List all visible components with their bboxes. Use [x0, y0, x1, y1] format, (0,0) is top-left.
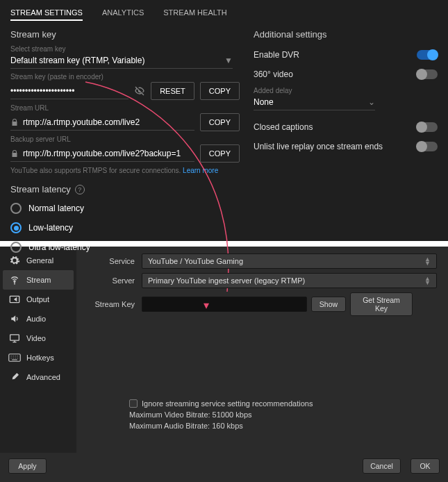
sidebar-item-label: Stream: [26, 276, 51, 284]
radio-icon: [10, 203, 22, 214]
stream-key-input[interactable]: ▾: [142, 297, 307, 312]
service-label: Service: [88, 257, 142, 265]
service-select[interactable]: YouTube / YouTube Gaming ▲▼: [142, 254, 437, 269]
cancel-button[interactable]: Cancel: [363, 458, 401, 474]
speaker-icon: [8, 314, 21, 324]
backup-url-input[interactable]: [10, 146, 194, 162]
chevron-down-icon: ▼: [224, 56, 233, 65]
lock-icon: [10, 149, 19, 158]
added-delay-value: None: [254, 97, 274, 107]
gear-icon: [8, 256, 21, 265]
latency-normal[interactable]: Normal latency: [10, 203, 240, 214]
additional-settings-section: Additional settings Enable DVR 360° vide…: [254, 29, 438, 253]
obs-main: Service YouTube / YouTube Gaming ▲▼ Serv…: [76, 247, 448, 453]
server-value: Primary YouTube ingest server (legacy RT…: [148, 276, 305, 285]
backup-url-value[interactable]: [23, 149, 194, 158]
video-360-toggle[interactable]: [417, 69, 438, 79]
latency-low-label: Low-latency: [28, 223, 73, 233]
additional-settings-heading: Additional settings: [254, 29, 438, 40]
ignore-recommendations-row[interactable]: Ignore streaming service setting recomme…: [129, 399, 437, 408]
stream-key-value: ••••••••••••••••••••••: [10, 86, 74, 96]
closed-captions-toggle[interactable]: [417, 122, 438, 132]
stream-key-heading: Stream key: [10, 29, 240, 40]
sidebar-item-label: Audio: [26, 315, 46, 323]
tab-bar: STREAM SETTINGS ANALYTICS STREAM HEALTH: [10, 0, 438, 21]
checkbox-icon[interactable]: [129, 399, 138, 408]
keyboard-icon: [8, 353, 21, 363]
sidebar-item-label: Video: [26, 334, 46, 342]
enable-dvr-label: Enable DVR: [254, 50, 299, 60]
output-icon: [8, 294, 21, 304]
tab-stream-health[interactable]: STREAM HEALTH: [163, 6, 226, 21]
video-360-row: 360° video: [254, 65, 438, 84]
enable-dvr-toggle[interactable]: [417, 50, 438, 60]
learn-more-link[interactable]: Learn more: [183, 167, 218, 174]
added-delay-select[interactable]: None ⌄: [254, 94, 375, 110]
service-value: YouTube / YouTube Gaming: [148, 257, 243, 265]
show-button[interactable]: Show: [311, 297, 346, 312]
latency-low[interactable]: Low-latency: [10, 222, 240, 233]
tab-stream-settings[interactable]: STREAM SETTINGS: [10, 6, 83, 21]
help-icon[interactable]: ?: [75, 185, 85, 194]
lock-icon: [10, 118, 19, 126]
visibility-off-icon[interactable]: [134, 85, 145, 97]
latency-normal-label: Normal latency: [28, 203, 84, 213]
svg-rect-2: [10, 335, 19, 340]
copy-key-button[interactable]: COPY: [200, 82, 240, 100]
sidebar-item-label: Advanced: [26, 373, 60, 381]
stream-key-label: Stream Key: [88, 300, 142, 308]
obs-settings-panel: General Stream Output Audio Video Hotkey…: [0, 247, 448, 482]
sidebar-item-label: Hotkeys: [26, 354, 54, 362]
monitor-icon: [8, 333, 21, 343]
svg-rect-3: [9, 354, 21, 362]
stream-key-input-wrap: ••••••••••••••••••••••: [10, 83, 128, 99]
sidebar-item-audio[interactable]: Audio: [3, 309, 74, 329]
updown-icon: ▲▼: [424, 276, 431, 285]
copy-backup-button[interactable]: COPY: [200, 144, 240, 163]
max-audio-bitrate: Maximum Audio Bitrate: 160 kbps: [129, 422, 437, 430]
ignore-recommendations-label: Ignore streaming service setting recomme…: [142, 399, 313, 408]
ok-button[interactable]: OK: [410, 458, 440, 474]
get-stream-key-button[interactable]: Get Stream Key: [350, 292, 413, 316]
server-select[interactable]: Primary YouTube ingest server (legacy RT…: [142, 273, 437, 288]
unlist-replay-row: Unlist live replay once stream ends: [254, 137, 438, 156]
updown-icon: ▲▼: [424, 257, 431, 265]
arrowhead-icon: ▾: [204, 299, 209, 312]
stream-key-select[interactable]: Default stream key (RTMP, Variable) ▼: [10, 53, 233, 69]
stream-key-select-value: Default stream key (RTMP, Variable): [10, 56, 144, 65]
closed-captions-label: Closed captions: [254, 122, 313, 132]
rtmps-helper: YouTube also supports RTMPS for secure c…: [10, 167, 240, 174]
sidebar-item-general[interactable]: General: [3, 251, 74, 270]
stream-key-section: Stream key Select stream key Default str…: [10, 29, 240, 253]
unlist-replay-toggle[interactable]: [417, 142, 438, 151]
sidebar-item-stream[interactable]: Stream: [3, 270, 74, 290]
sidebar-item-label: General: [26, 256, 53, 265]
stream-url-input[interactable]: [10, 115, 194, 131]
sidebar-item-hotkeys[interactable]: Hotkeys: [3, 348, 74, 367]
sidebar-item-advanced[interactable]: Advanced: [3, 367, 74, 387]
sidebar-item-output[interactable]: Output: [3, 290, 74, 309]
stream-key-field-label: Stream key (paste in encoder): [10, 73, 240, 81]
apply-button[interactable]: Apply: [8, 458, 47, 474]
obs-footer: Apply Cancel OK: [0, 453, 448, 482]
sidebar-item-video[interactable]: Video: [3, 329, 74, 348]
tools-icon: [8, 372, 21, 382]
tab-analytics[interactable]: ANALYTICS: [102, 6, 144, 21]
stream-url-label: Stream URL: [10, 104, 240, 112]
stream-url-value[interactable]: [23, 117, 194, 127]
radio-icon: [10, 222, 22, 233]
video-360-label: 360° video: [254, 69, 293, 79]
chevron-down-icon: ⌄: [368, 97, 375, 107]
enable-dvr-row: Enable DVR: [254, 45, 438, 65]
sidebar-item-label: Output: [26, 295, 49, 304]
stream-latency-heading: Stream latency ?: [10, 184, 240, 194]
copy-url-button[interactable]: COPY: [200, 113, 240, 131]
radio-icon: [10, 242, 22, 253]
server-label: Server: [88, 276, 142, 285]
obs-sidebar: General Stream Output Audio Video Hotkey…: [0, 247, 76, 453]
youtube-stream-settings-panel: STREAM SETTINGS ANALYTICS STREAM HEALTH …: [0, 0, 448, 241]
stream-latency-label: Stream latency: [10, 184, 71, 194]
closed-captions-row: Closed captions: [254, 117, 438, 137]
reset-button[interactable]: RESET: [151, 82, 194, 100]
added-delay-label: Added delay: [254, 87, 438, 94]
